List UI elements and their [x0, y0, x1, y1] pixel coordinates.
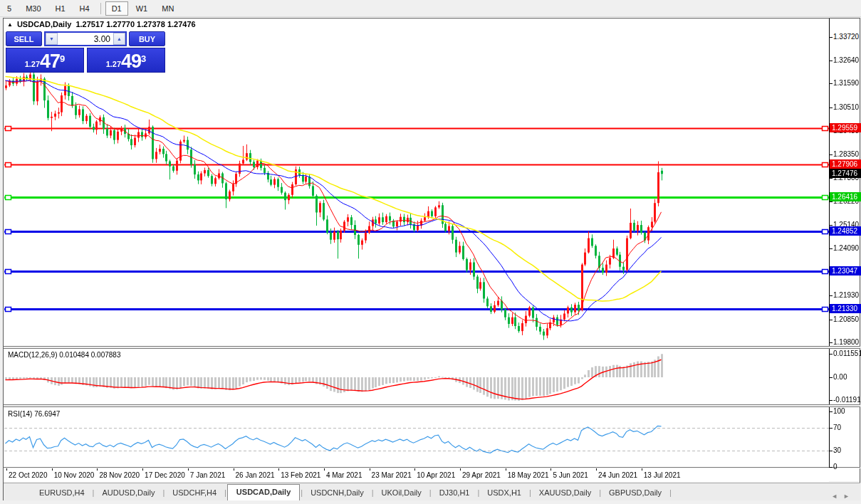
- pane-splitter[interactable]: [4, 346, 860, 349]
- date-tick: [6, 468, 7, 471]
- date-tick: [278, 468, 279, 471]
- date-tick: [550, 468, 551, 471]
- date-axis-label: 18 May 2021: [508, 471, 549, 479]
- macd-axis-label: 0.00: [833, 373, 847, 381]
- chart-tab-audusd[interactable]: AUDUSD,Daily: [95, 485, 162, 500]
- volume-spinner: ▼ ▲: [44, 31, 127, 46]
- toolbar-separator: [100, 3, 101, 14]
- date-axis-label: 26 Jan 2021: [236, 471, 275, 479]
- axis-tick: [829, 248, 833, 249]
- date-tick: [188, 468, 189, 471]
- axis-tick: [829, 295, 833, 296]
- price-badge: 1.27476: [830, 169, 861, 178]
- axis-tick: [829, 61, 833, 61]
- date-axis-label: 5 Jun 2021: [553, 471, 588, 479]
- price-axis-label: 1.19800: [833, 338, 859, 346]
- date-axis-label: 4 Mar 2021: [326, 471, 362, 479]
- chart-tab-ukoil[interactable]: UKOil,Daily: [375, 485, 429, 500]
- buy-button[interactable]: BUY: [129, 31, 165, 46]
- date-tick: [324, 468, 325, 471]
- timeframe-toolbar: 5M30H1H4D1W1MN: [0, 0, 861, 17]
- date-axis-label: 7 Jan 2021: [190, 471, 226, 479]
- volume-decrease-button[interactable]: ▼: [46, 33, 58, 45]
- axis-tick: [829, 107, 833, 108]
- sell-button[interactable]: SELL: [6, 31, 42, 46]
- axis-tick: [829, 342, 833, 343]
- timeframe-button-h1[interactable]: H1: [49, 1, 72, 16]
- sell-price-button[interactable]: 1.27479: [6, 48, 84, 73]
- chart-title: ▲USDCAD,Daily 1.27517 1.27770 1.27378 1.…: [7, 20, 196, 28]
- chart-tab-gbpusd[interactable]: GBPUSD,Daily: [602, 485, 669, 500]
- tab-separator: |: [669, 488, 672, 500]
- date-axis[interactable]: 22 Oct 202010 Nov 202028 Nov 202017 Dec …: [4, 468, 829, 482]
- collapse-arrow-icon[interactable]: ▲: [7, 21, 13, 28]
- timeframe-button-m30[interactable]: M30: [19, 1, 47, 16]
- price-axis-label: 1.21930: [833, 291, 859, 299]
- buy-price-prefix: 1.27: [106, 57, 121, 71]
- date-tick: [596, 468, 597, 471]
- date-tick: [414, 468, 415, 471]
- price-axis-label: 1.33720: [833, 33, 859, 41]
- date-axis-label: 29 Apr 2021: [462, 471, 501, 479]
- chart-canvas[interactable]: [4, 17, 829, 468]
- rsi-header: RSI(14) 76.6947: [8, 410, 60, 418]
- price-axis-label: 1.31590: [833, 79, 859, 87]
- axis-tick: [829, 37, 833, 38]
- date-tick: [234, 468, 234, 471]
- price-badge: 1.29559: [830, 123, 861, 132]
- volume-input[interactable]: [58, 33, 113, 45]
- axis-tick: [829, 428, 833, 429]
- sell-price-prefix: 1.27: [25, 57, 40, 71]
- axis-tick: [829, 83, 833, 84]
- buy-price-sup: 3: [141, 48, 146, 70]
- window-frame: [3, 18, 4, 500]
- price-badge: 1.26416: [830, 192, 861, 201]
- chart-tab-bar: EURUSD,H4|AUDUSD,Daily|USDCHF,H4|USDCAD,…: [4, 483, 860, 500]
- date-axis-label: 28 Nov 2020: [99, 471, 140, 479]
- axis-tick: [829, 451, 833, 451]
- price-badge: 1.23047: [830, 266, 861, 275]
- price-axis-label: 1.24090: [833, 244, 859, 252]
- one-click-trading-panel: SELL ▼ ▲ BUY 1.27479 1.27493: [6, 31, 165, 73]
- timeframe-button-w1[interactable]: W1: [130, 1, 155, 16]
- axis-tick: [829, 178, 833, 179]
- timeframe-button-h4[interactable]: H4: [73, 1, 96, 16]
- volume-increase-button[interactable]: ▲: [113, 33, 125, 45]
- chart-tab-dj30[interactable]: DJ30,H1: [432, 485, 477, 500]
- price-badge: 1.27906: [830, 159, 861, 169]
- date-axis-label: 23 Mar 2021: [372, 471, 412, 479]
- axis-tick: [829, 154, 833, 155]
- date-tick: [142, 468, 143, 471]
- date-axis-label: 17 Dec 2020: [145, 471, 185, 479]
- macd-axis-label: -0.011914: [833, 396, 861, 404]
- pane-splitter[interactable]: [4, 404, 860, 407]
- sell-price-sup: 9: [60, 48, 65, 70]
- chart-tab-usdcnh[interactable]: USDCNH,Daily: [303, 485, 371, 500]
- chart-tab-usdx[interactable]: USDX,H1: [480, 485, 528, 500]
- chart-tab-usdcad[interactable]: USDCAD,Daily: [227, 484, 300, 500]
- tab-scroll-arrows[interactable]: ◄►: [831, 493, 855, 500]
- macd-header: MACD(12,26,9) 0.010484 0.007883: [8, 351, 120, 359]
- timeframe-button-mn[interactable]: MN: [155, 1, 180, 16]
- chart-tab-usdchf[interactable]: USDCHF,H4: [165, 485, 224, 500]
- sell-price-big: 47: [40, 52, 60, 71]
- date-tick: [642, 468, 642, 471]
- window-frame: [3, 18, 860, 19]
- axis-tick: [829, 467, 833, 468]
- axis-tick: [829, 320, 833, 320]
- date-tick: [97, 468, 98, 471]
- axis-tick: [829, 201, 833, 202]
- rsi-axis-label: 100: [833, 407, 845, 415]
- buy-price-big: 49: [121, 52, 141, 71]
- date-tick: [460, 468, 461, 471]
- tab-scroll-left-icon[interactable]: ◄: [831, 493, 843, 500]
- date-axis-label: 13 Feb 2021: [281, 471, 320, 479]
- price-axis-border: [829, 19, 830, 468]
- tab-scroll-right-icon[interactable]: ►: [843, 493, 855, 500]
- chart-tab-xauusd[interactable]: XAUUSD,Daily: [532, 485, 598, 500]
- buy-price-button[interactable]: 1.27493: [87, 48, 165, 73]
- axis-tick: [829, 411, 833, 412]
- timeframe-button-5[interactable]: 5: [1, 1, 18, 16]
- chart-tab-eurusd[interactable]: EURUSD,H4: [32, 485, 92, 500]
- timeframe-button-d1[interactable]: D1: [105, 1, 128, 16]
